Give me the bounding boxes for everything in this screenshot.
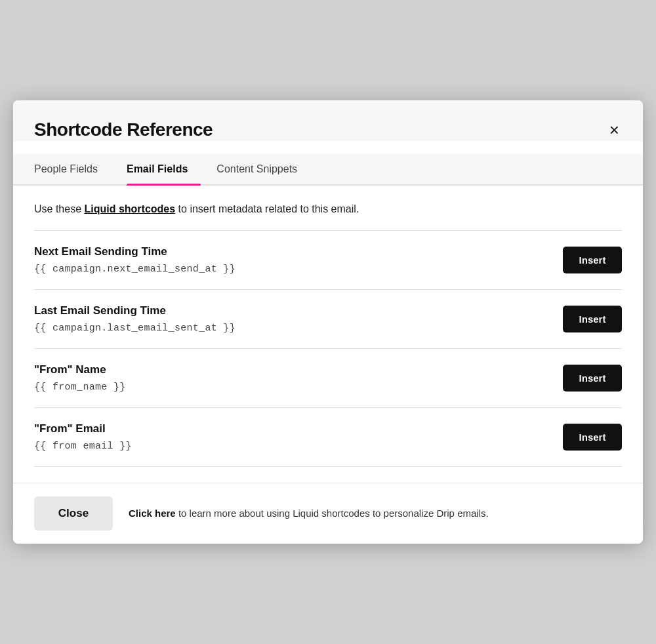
liquid-shortcodes-link[interactable]: Liquid shortcodes [84, 203, 175, 214]
click-here-link[interactable]: Click here [129, 508, 176, 519]
insert-button-2[interactable]: Insert [563, 365, 622, 392]
modal-footer: Close Click here to learn more about usi… [13, 483, 643, 544]
description-prefix: Use these [34, 203, 84, 214]
shortcode-code-3: {{ from email }} [34, 441, 132, 452]
footer-learn-more: Click here to learn more about using Liq… [129, 506, 489, 521]
shortcode-name-3: "From" Email [34, 422, 132, 435]
close-icon-button[interactable]: × [607, 119, 622, 141]
tab-email-fields[interactable]: Email Fields [127, 154, 201, 184]
modal-header: Shortcode Reference × [13, 100, 643, 141]
tab-content-snippets[interactable]: Content Snippets [216, 154, 310, 184]
shortcode-code-0: {{ campaign.next_email_send_at }} [34, 264, 236, 275]
shortcode-code-1: {{ campaign.last_email_sent_at }} [34, 323, 236, 334]
shortcode-name-2: "From" Name [34, 363, 126, 376]
shortcode-code-2: {{ from_name }} [34, 382, 126, 393]
description-suffix: to insert metadata related to this email… [175, 203, 359, 214]
modal-title: Shortcode Reference [34, 119, 213, 140]
insert-button-0[interactable]: Insert [563, 247, 622, 273]
shortcode-info-2: "From" Name {{ from_name }} [34, 363, 126, 393]
tabs-container: People Fields Email Fields Content Snipp… [13, 154, 643, 186]
shortcode-item-0: Next Email Sending Time {{ campaign.next… [34, 231, 622, 290]
shortcode-info-0: Next Email Sending Time {{ campaign.next… [34, 245, 236, 275]
shortcode-name-0: Next Email Sending Time [34, 245, 236, 258]
shortcode-info-3: "From" Email {{ from email }} [34, 422, 132, 452]
footer-text-suffix: to learn more about using Liquid shortco… [176, 508, 489, 519]
insert-button-3[interactable]: Insert [563, 424, 622, 451]
modal-body: Use these Liquid shortcodes to insert me… [13, 186, 643, 483]
modal-backdrop: Shortcode Reference × People Fields Emai… [0, 0, 656, 644]
shortcode-name-1: Last Email Sending Time [34, 304, 236, 317]
shortcode-item-1: Last Email Sending Time {{ campaign.last… [34, 290, 622, 349]
tab-people-fields[interactable]: People Fields [34, 154, 111, 184]
close-button-footer[interactable]: Close [34, 496, 113, 531]
shortcode-info-1: Last Email Sending Time {{ campaign.last… [34, 304, 236, 334]
modal-dialog: Shortcode Reference × People Fields Emai… [13, 100, 643, 544]
insert-button-1[interactable]: Insert [563, 306, 622, 332]
shortcode-item-2: "From" Name {{ from_name }} Insert [34, 349, 622, 408]
description-text: Use these Liquid shortcodes to insert me… [34, 201, 622, 217]
shortcode-item-3: "From" Email {{ from email }} Insert [34, 408, 622, 467]
